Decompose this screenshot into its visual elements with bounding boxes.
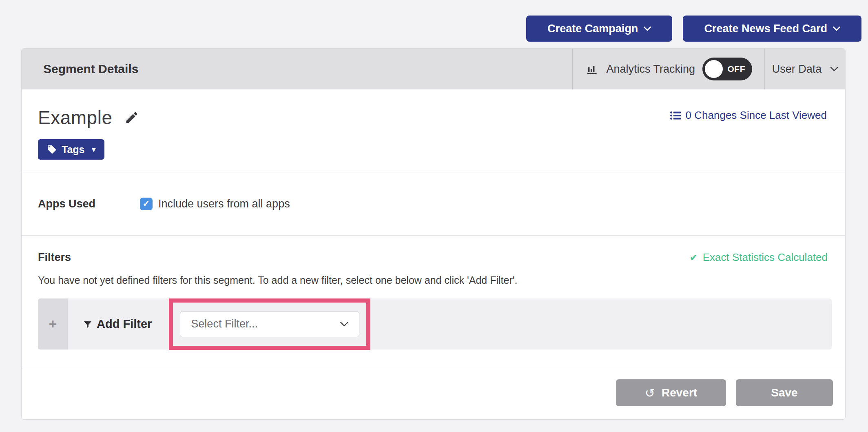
chevron-down-icon [830,67,838,71]
save-button-label: Save [771,386,797,399]
tags-button-label: Tags [62,144,85,156]
filters-section: Filters ✔ Exact Statistics Calculated Yo… [22,236,845,366]
segment-details-panel: Segment Details Analytics Tracking OFF U… [21,48,846,420]
revert-button[interactable]: ↺ Revert [616,379,726,406]
checkbox-check-icon: ✓ [142,198,150,209]
revert-icon: ↺ [645,386,655,400]
bar-chart-icon [586,62,599,76]
annotation-highlight-box: Select Filter... [169,298,370,350]
segment-details-header: Segment Details Analytics Tracking OFF U… [22,49,845,89]
user-data-label: User Data [772,63,822,76]
apps-used-label: Apps Used [38,198,140,210]
user-data-dropdown[interactable]: User Data [764,49,845,89]
include-all-apps-row[interactable]: ✓ Include users from all apps [140,198,290,210]
select-filter-dropdown[interactable]: Select Filter... [180,311,359,337]
include-all-apps-label: Include users from all apps [158,198,290,210]
create-news-feed-card-label: Create News Feed Card [704,22,827,35]
save-button[interactable]: Save [736,379,833,406]
segment-title-section: Example 0 Changes Since Last Viewed Tags… [22,89,845,172]
chevron-down-icon [340,322,348,327]
changes-link-label: 0 Changes Since Last Viewed [686,109,827,122]
filters-label: Filters [38,251,71,264]
list-icon [670,111,681,120]
exact-statistics-label: Exact Statistics Calculated [703,251,828,264]
changes-since-last-viewed-link[interactable]: 0 Changes Since Last Viewed [670,109,827,122]
filters-header-row: Filters ✔ Exact Statistics Calculated [38,251,832,264]
toggle-knob [705,60,723,78]
toggle-state-label: OFF [728,64,746,74]
top-action-bar: Create Campaign Create News Feed Card [526,16,861,42]
revert-button-label: Revert [662,386,697,399]
plus-icon: + [49,316,57,332]
create-news-feed-card-button[interactable]: Create News Feed Card [683,16,861,42]
filter-funnel-icon [83,319,93,329]
add-filter-label-group: Add Filter [83,317,152,331]
create-campaign-button[interactable]: Create Campaign [526,16,672,42]
analytics-tracking-toggle[interactable]: OFF [702,58,752,80]
tag-icon [47,145,57,154]
check-icon: ✔ [690,252,698,263]
edit-name-button[interactable] [124,110,139,125]
pencil-icon [124,110,139,125]
chevron-down-icon [644,27,651,31]
tags-button[interactable]: Tags ▾ [38,139,104,160]
include-all-apps-checkbox[interactable]: ✓ [140,198,153,210]
add-filter-label: Add Filter [97,317,152,331]
exact-statistics-status: ✔ Exact Statistics Calculated [690,251,832,264]
add-filter-row: + Add Filter Select Filter... [38,298,832,350]
segment-name: Example [38,107,112,129]
add-filter-plus-button[interactable]: + [38,298,68,350]
caret-down-icon: ▾ [92,146,96,153]
card-footer: ↺ Revert Save [22,366,845,419]
filters-instructions: You have not yet defined filters for thi… [38,274,832,286]
apps-used-section: Apps Used ✓ Include users from all apps [22,172,845,235]
chevron-down-icon [833,27,840,31]
analytics-tracking-label: Analytics Tracking [606,63,695,76]
create-campaign-label: Create Campaign [547,22,638,35]
select-filter-placeholder: Select Filter... [191,318,258,330]
analytics-tracking-control[interactable]: Analytics Tracking OFF [572,49,764,89]
page-title: Segment Details [22,49,572,89]
